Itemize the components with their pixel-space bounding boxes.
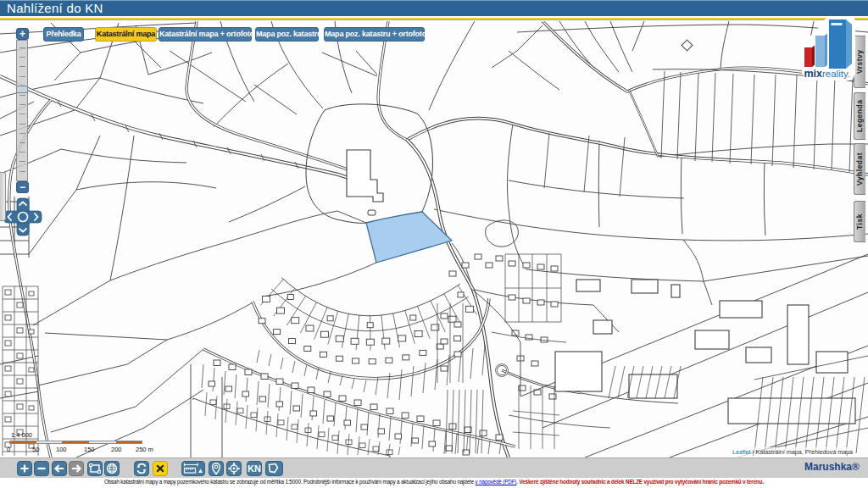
svg-text:KN: KN [248,463,261,474]
svg-text:mix: mix [804,68,823,80]
svg-text:reality.: reality. [822,69,850,79]
